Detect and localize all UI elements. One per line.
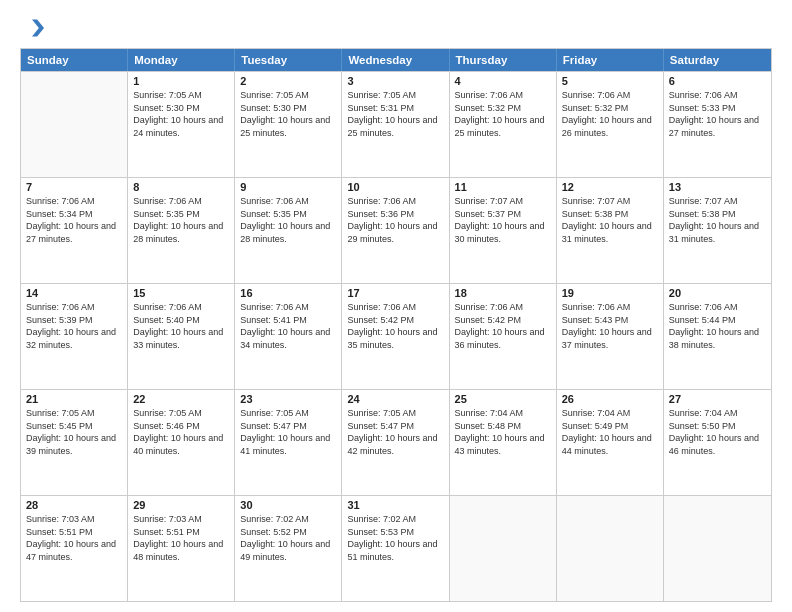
- header: [20, 16, 772, 40]
- day-number: 24: [347, 393, 443, 405]
- calendar-cell: 29Sunrise: 7:03 AMSunset: 5:51 PMDayligh…: [128, 496, 235, 601]
- day-info: Sunrise: 7:02 AMSunset: 5:52 PMDaylight:…: [240, 513, 336, 563]
- calendar-cell: 5Sunrise: 7:06 AMSunset: 5:32 PMDaylight…: [557, 72, 664, 177]
- day-info: Sunrise: 7:06 AMSunset: 5:44 PMDaylight:…: [669, 301, 766, 351]
- day-header-saturday: Saturday: [664, 49, 771, 71]
- day-number: 13: [669, 181, 766, 193]
- calendar-cell: 14Sunrise: 7:06 AMSunset: 5:39 PMDayligh…: [21, 284, 128, 389]
- day-number: 10: [347, 181, 443, 193]
- week-row: 21Sunrise: 7:05 AMSunset: 5:45 PMDayligh…: [21, 389, 771, 495]
- day-info: Sunrise: 7:05 AMSunset: 5:30 PMDaylight:…: [240, 89, 336, 139]
- calendar-cell: 7Sunrise: 7:06 AMSunset: 5:34 PMDaylight…: [21, 178, 128, 283]
- week-row: 28Sunrise: 7:03 AMSunset: 5:51 PMDayligh…: [21, 495, 771, 601]
- day-info: Sunrise: 7:06 AMSunset: 5:32 PMDaylight:…: [562, 89, 658, 139]
- day-info: Sunrise: 7:03 AMSunset: 5:51 PMDaylight:…: [26, 513, 122, 563]
- calendar-cell: 28Sunrise: 7:03 AMSunset: 5:51 PMDayligh…: [21, 496, 128, 601]
- week-row: 7Sunrise: 7:06 AMSunset: 5:34 PMDaylight…: [21, 177, 771, 283]
- calendar-cell: 11Sunrise: 7:07 AMSunset: 5:37 PMDayligh…: [450, 178, 557, 283]
- calendar-cell: 10Sunrise: 7:06 AMSunset: 5:36 PMDayligh…: [342, 178, 449, 283]
- calendar-cell: 15Sunrise: 7:06 AMSunset: 5:40 PMDayligh…: [128, 284, 235, 389]
- day-number: 5: [562, 75, 658, 87]
- day-number: 4: [455, 75, 551, 87]
- page: SundayMondayTuesdayWednesdayThursdayFrid…: [0, 0, 792, 612]
- day-number: 6: [669, 75, 766, 87]
- svg-marker-0: [32, 19, 44, 36]
- day-number: 23: [240, 393, 336, 405]
- calendar-cell: 1Sunrise: 7:05 AMSunset: 5:30 PMDaylight…: [128, 72, 235, 177]
- calendar-cell: [664, 496, 771, 601]
- day-info: Sunrise: 7:03 AMSunset: 5:51 PMDaylight:…: [133, 513, 229, 563]
- day-info: Sunrise: 7:05 AMSunset: 5:45 PMDaylight:…: [26, 407, 122, 457]
- day-header-tuesday: Tuesday: [235, 49, 342, 71]
- day-info: Sunrise: 7:05 AMSunset: 5:47 PMDaylight:…: [240, 407, 336, 457]
- day-number: 20: [669, 287, 766, 299]
- calendar-cell: 24Sunrise: 7:05 AMSunset: 5:47 PMDayligh…: [342, 390, 449, 495]
- day-info: Sunrise: 7:06 AMSunset: 5:43 PMDaylight:…: [562, 301, 658, 351]
- day-info: Sunrise: 7:06 AMSunset: 5:42 PMDaylight:…: [347, 301, 443, 351]
- day-number: 9: [240, 181, 336, 193]
- day-header-monday: Monday: [128, 49, 235, 71]
- day-header-sunday: Sunday: [21, 49, 128, 71]
- calendar-cell: 19Sunrise: 7:06 AMSunset: 5:43 PMDayligh…: [557, 284, 664, 389]
- day-number: 8: [133, 181, 229, 193]
- day-info: Sunrise: 7:07 AMSunset: 5:38 PMDaylight:…: [562, 195, 658, 245]
- day-info: Sunrise: 7:02 AMSunset: 5:53 PMDaylight:…: [347, 513, 443, 563]
- day-number: 11: [455, 181, 551, 193]
- calendar-cell: 25Sunrise: 7:04 AMSunset: 5:48 PMDayligh…: [450, 390, 557, 495]
- calendar-cell: 21Sunrise: 7:05 AMSunset: 5:45 PMDayligh…: [21, 390, 128, 495]
- day-number: 3: [347, 75, 443, 87]
- day-number: 19: [562, 287, 658, 299]
- day-number: 30: [240, 499, 336, 511]
- week-row: 1Sunrise: 7:05 AMSunset: 5:30 PMDaylight…: [21, 71, 771, 177]
- calendar-cell: 23Sunrise: 7:05 AMSunset: 5:47 PMDayligh…: [235, 390, 342, 495]
- calendar-cell: 8Sunrise: 7:06 AMSunset: 5:35 PMDaylight…: [128, 178, 235, 283]
- day-info: Sunrise: 7:04 AMSunset: 5:48 PMDaylight:…: [455, 407, 551, 457]
- day-info: Sunrise: 7:06 AMSunset: 5:40 PMDaylight:…: [133, 301, 229, 351]
- calendar-cell: 6Sunrise: 7:06 AMSunset: 5:33 PMDaylight…: [664, 72, 771, 177]
- calendar-cell: 27Sunrise: 7:04 AMSunset: 5:50 PMDayligh…: [664, 390, 771, 495]
- day-number: 14: [26, 287, 122, 299]
- day-number: 1: [133, 75, 229, 87]
- day-info: Sunrise: 7:05 AMSunset: 5:46 PMDaylight:…: [133, 407, 229, 457]
- day-number: 25: [455, 393, 551, 405]
- day-info: Sunrise: 7:07 AMSunset: 5:37 PMDaylight:…: [455, 195, 551, 245]
- day-number: 18: [455, 287, 551, 299]
- calendar-cell: 30Sunrise: 7:02 AMSunset: 5:52 PMDayligh…: [235, 496, 342, 601]
- calendar-cell: [450, 496, 557, 601]
- day-info: Sunrise: 7:06 AMSunset: 5:39 PMDaylight:…: [26, 301, 122, 351]
- calendar-cell: 31Sunrise: 7:02 AMSunset: 5:53 PMDayligh…: [342, 496, 449, 601]
- day-number: 12: [562, 181, 658, 193]
- day-info: Sunrise: 7:06 AMSunset: 5:35 PMDaylight:…: [240, 195, 336, 245]
- day-number: 7: [26, 181, 122, 193]
- logo: [20, 16, 48, 40]
- day-number: 2: [240, 75, 336, 87]
- calendar: SundayMondayTuesdayWednesdayThursdayFrid…: [20, 48, 772, 602]
- calendar-cell: 12Sunrise: 7:07 AMSunset: 5:38 PMDayligh…: [557, 178, 664, 283]
- day-info: Sunrise: 7:06 AMSunset: 5:32 PMDaylight:…: [455, 89, 551, 139]
- day-info: Sunrise: 7:06 AMSunset: 5:35 PMDaylight:…: [133, 195, 229, 245]
- calendar-cell: 18Sunrise: 7:06 AMSunset: 5:42 PMDayligh…: [450, 284, 557, 389]
- day-number: 17: [347, 287, 443, 299]
- calendar-cell: 26Sunrise: 7:04 AMSunset: 5:49 PMDayligh…: [557, 390, 664, 495]
- calendar-cell: [21, 72, 128, 177]
- day-number: 29: [133, 499, 229, 511]
- day-number: 21: [26, 393, 122, 405]
- calendar-cell: 4Sunrise: 7:06 AMSunset: 5:32 PMDaylight…: [450, 72, 557, 177]
- day-number: 28: [26, 499, 122, 511]
- day-number: 16: [240, 287, 336, 299]
- calendar-cell: 16Sunrise: 7:06 AMSunset: 5:41 PMDayligh…: [235, 284, 342, 389]
- day-header-friday: Friday: [557, 49, 664, 71]
- day-info: Sunrise: 7:06 AMSunset: 5:41 PMDaylight:…: [240, 301, 336, 351]
- day-info: Sunrise: 7:04 AMSunset: 5:49 PMDaylight:…: [562, 407, 658, 457]
- logo-icon: [20, 16, 44, 40]
- calendar-body: 1Sunrise: 7:05 AMSunset: 5:30 PMDaylight…: [21, 71, 771, 601]
- calendar-cell: 22Sunrise: 7:05 AMSunset: 5:46 PMDayligh…: [128, 390, 235, 495]
- calendar-cell: 2Sunrise: 7:05 AMSunset: 5:30 PMDaylight…: [235, 72, 342, 177]
- day-number: 31: [347, 499, 443, 511]
- calendar-cell: 13Sunrise: 7:07 AMSunset: 5:38 PMDayligh…: [664, 178, 771, 283]
- day-info: Sunrise: 7:05 AMSunset: 5:30 PMDaylight:…: [133, 89, 229, 139]
- day-info: Sunrise: 7:06 AMSunset: 5:34 PMDaylight:…: [26, 195, 122, 245]
- day-header-wednesday: Wednesday: [342, 49, 449, 71]
- calendar-cell: 3Sunrise: 7:05 AMSunset: 5:31 PMDaylight…: [342, 72, 449, 177]
- day-info: Sunrise: 7:06 AMSunset: 5:36 PMDaylight:…: [347, 195, 443, 245]
